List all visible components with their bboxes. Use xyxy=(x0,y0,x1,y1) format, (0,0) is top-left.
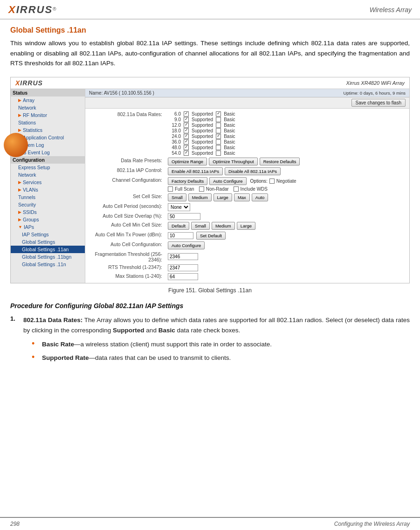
cell-small-btn[interactable]: Small xyxy=(168,193,186,201)
ss-device-name: Name: AV156 ( 10.100.55.156 ) xyxy=(89,90,154,96)
rate-row-36: 36.0 Supported Basic xyxy=(168,139,404,145)
cb-negotiate[interactable] xyxy=(269,179,275,184)
data-rate-presets-btns: Optimize Range Optimize Throughput Resto… xyxy=(166,157,406,166)
cell-large-btn[interactable]: Large xyxy=(213,193,232,201)
supported-bold: Supported xyxy=(113,327,145,334)
rate-row-18: 18.0 Supported Basic xyxy=(168,128,404,133)
rts-row: RTS Threshold (1-2347): xyxy=(89,263,406,272)
set-default-btn[interactable]: Set Default xyxy=(196,232,226,240)
restore-defaults-btn[interactable]: Restore Defaults xyxy=(260,158,300,165)
ss-main-area: Status ▶Array Network ▶RF Monitor Statio… xyxy=(11,89,409,283)
sidebar-item-vlans[interactable]: ▶VLANs xyxy=(11,186,85,193)
min-size-default-btn[interactable]: Default xyxy=(168,222,189,230)
max-stations-input[interactable] xyxy=(168,273,198,280)
min-size-large-btn[interactable]: Large xyxy=(237,222,255,230)
sidebar-item-security[interactable]: Security xyxy=(11,201,85,208)
iap-control-btn-row: Enable All 802.11a IAPs Disable All 802.… xyxy=(168,167,404,175)
cb-basic-54[interactable] xyxy=(216,151,221,156)
sidebar-item-stations[interactable]: Stations xyxy=(11,119,85,126)
iap-control-label: 802.11a IAP Control: xyxy=(89,166,166,176)
cell-medium-btn[interactable]: Medium xyxy=(188,193,212,201)
auto-configure-channel-btn[interactable]: Auto Configure xyxy=(209,177,246,185)
optimize-throughput-btn[interactable]: Optimize Throughput xyxy=(209,158,258,165)
ss-content: Name: AV156 ( 10.100.55.156 ) Uptime: 0 … xyxy=(85,89,409,283)
cb-basic-18[interactable] xyxy=(216,128,221,133)
intro-text: This window allows you to establish glob… xyxy=(10,38,410,69)
rate-row-12: 12.0 Supported Basic xyxy=(168,123,404,128)
header-title: Wireless Array xyxy=(370,6,412,14)
sidebar-item-groups[interactable]: ▶Groups xyxy=(11,216,85,223)
auto-cell-period-row: Auto Cell Period (seconds): None xyxy=(89,202,406,212)
sidebar-item-global-settings[interactable]: Global Settings xyxy=(11,238,85,246)
auto-cell-config-btn-cell: Auto Configure xyxy=(166,241,406,250)
data-rate-presets-label: Data Rate Presets: xyxy=(89,157,166,166)
sidebar-item-tunnels[interactable]: Tunnels xyxy=(11,193,85,201)
auto-cell-min-tx-label: Auto Cell Min Tx Power (dBm): xyxy=(89,231,166,241)
auto-cell-period-label: Auto Cell Period (seconds): xyxy=(89,202,166,212)
bullet-basic-text: Basic Rate—a wireless station (client) m… xyxy=(42,339,272,350)
cb-basic-9[interactable] xyxy=(216,117,221,122)
cell-size-btns: Small Medium Large Max Auto xyxy=(166,193,406,202)
iap-control-btns: Enable All 802.11a IAPs Disable All 802.… xyxy=(166,166,406,176)
auto-cell-overlap-input[interactable] xyxy=(168,213,200,220)
cb-full-scan[interactable] xyxy=(168,186,173,192)
cb-basic-36[interactable] xyxy=(216,139,221,145)
cb-supported-18[interactable] xyxy=(184,128,189,133)
cb-supported-12[interactable] xyxy=(184,123,189,128)
settings-form: 802.11a Data Rates: 6.0 Supported xyxy=(85,109,409,283)
presets-btn-row: Optimize Range Optimize Throughput Resto… xyxy=(168,158,404,165)
optimize-range-btn[interactable]: Optimize Range xyxy=(168,158,207,165)
auto-configure-cell-btn[interactable]: Auto Configure xyxy=(168,241,205,249)
cb-supported-48[interactable] xyxy=(184,145,189,150)
cb-non-radar[interactable] xyxy=(199,186,204,192)
step-heading-1: 802.11a Data Rates: xyxy=(23,317,83,324)
cb-basic-48[interactable] xyxy=(216,145,221,150)
sidebar-item-global-settings-11bgn[interactable]: Global Settings .11bgn xyxy=(11,253,85,261)
save-changes-button[interactable]: Save changes to flash xyxy=(351,99,406,107)
sidebar-item-global-settings-11n[interactable]: Global Settings .11n xyxy=(11,261,85,268)
settings-table: 802.11a Data Rates: 6.0 Supported xyxy=(89,110,406,281)
cell-max-btn[interactable]: Max xyxy=(234,193,250,201)
sidebar-item-iap-settings[interactable]: IAP Settings xyxy=(11,231,85,238)
fragmentation-input[interactable] xyxy=(168,253,198,260)
cb-basic-24[interactable] xyxy=(216,134,221,139)
sidebar-item-rf-monitor[interactable]: ▶RF Monitor xyxy=(11,111,85,119)
cb-supported-24[interactable] xyxy=(184,134,189,139)
cb-basic-6[interactable] xyxy=(216,111,221,117)
sidebar-item-network-config[interactable]: Network xyxy=(11,171,85,179)
cb-include-wds[interactable] xyxy=(234,186,239,192)
sidebar-item-statistics[interactable]: ▶Statistics xyxy=(11,126,85,134)
data-rates-row: 802.11a Data Rates: 6.0 Supported xyxy=(89,110,406,157)
sidebar-item-iaps[interactable]: ▼IAPs xyxy=(11,223,85,231)
enable-all-iaps-btn[interactable]: Enable All 802.11a IAPs xyxy=(168,167,223,175)
cb-supported-9[interactable] xyxy=(184,117,189,122)
cb-supported-54[interactable] xyxy=(184,151,189,156)
iap-control-row: 802.11a IAP Control: Enable All 802.11a … xyxy=(89,166,406,176)
min-size-small-btn[interactable]: Small xyxy=(191,222,210,230)
sidebar-item-express-setup[interactable]: Express Setup xyxy=(11,164,85,171)
ss-uptime: Uptime: 0 days, 6 hours, 9 mins xyxy=(343,90,406,96)
cb-supported-36[interactable] xyxy=(184,139,189,145)
min-size-medium-btn[interactable]: Medium xyxy=(212,222,235,230)
basic-bold: Basic xyxy=(158,327,175,334)
sidebar-item-services[interactable]: ▶Services xyxy=(11,179,85,186)
rts-input[interactable] xyxy=(168,264,198,271)
cb-supported-6[interactable] xyxy=(184,111,189,117)
sidebar-item-network-status[interactable]: Network xyxy=(11,104,85,111)
factory-defaults-btn[interactable]: Factory Defaults xyxy=(168,177,207,185)
auto-cell-period-select[interactable]: None xyxy=(168,203,190,211)
page-header: XIRRUS® Wireless Array xyxy=(0,0,420,20)
cb-basic-12[interactable] xyxy=(216,123,221,128)
sidebar-item-ssids[interactable]: ▶SSIDs xyxy=(11,208,85,216)
fragmentation-label: Fragmentation Threshold (256-2346): xyxy=(89,250,166,263)
screenshot-area: XIRRUS Xirrus XR4820 WiFi Array Status ▶… xyxy=(10,77,410,283)
footer-section-title: Configuring the Wireless Array xyxy=(334,521,410,527)
ss-sidebar: Status ▶Array Network ▶RF Monitor Statio… xyxy=(11,89,85,283)
auto-cell-min-tx-input[interactable] xyxy=(168,232,193,239)
disable-all-iaps-btn[interactable]: Disable All 802.11a IAPs xyxy=(225,167,281,175)
sidebar-item-global-settings-11an[interactable]: Global Settings .11an xyxy=(11,246,85,253)
sidebar-item-status: Status xyxy=(11,89,85,96)
fragmentation-value xyxy=(166,250,406,263)
cell-auto-btn[interactable]: Auto xyxy=(252,193,269,201)
sidebar-item-array[interactable]: ▶Array xyxy=(11,96,85,104)
